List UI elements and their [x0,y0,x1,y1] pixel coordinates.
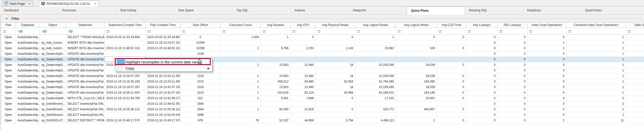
cell-plan[interactable]: Open [1,51,16,57]
cell-plan[interactable]: Open [1,101,16,107]
column-header-database[interactable]: Database [16,22,40,28]
table-row[interactable]: OpenAutoDealership...sp_PAGEIOLAT...SELE… [0,118,644,123]
column-header-plan[interactable]: Plan [1,22,16,28]
chevron-down-icon[interactable] [6,18,8,19]
document-tab-redmondsql03-se-local[interactable]: REDMONDSQL03.SE.LOCAL✕ [39,1,99,7]
filter-cell-apr[interactable] [316,28,355,35]
column-header-rid[interactable]: RID Lookups [498,22,528,28]
column-header-cpu[interactable]: Avg CPU [291,22,316,28]
table-row[interactable]: OpenAutoDealership...sp_GetAllInvent...S… [0,112,644,118]
column-header-statement[interactable]: Statement [66,22,105,28]
tab-indexes[interactable]: Indexes [291,7,349,14]
cell-plan[interactable]: Open [1,40,16,46]
tab-alwayson[interactable]: AlwaysOn [349,7,407,14]
cell-rid: 0 [498,62,528,68]
cell-plan[interactable]: Open [1,90,16,96]
tab-quicktraces[interactable]: QuickTraces [581,7,639,14]
cell-plan[interactable]: Open [1,68,16,73]
table-row[interactable]: OpenAutoDealership...sp_DealershipD...UP… [0,62,644,68]
filter-cell-alr[interactable] [355,28,396,35]
cell-plan[interactable]: Open [1,79,16,85]
column-header-kl[interactable]: Key Lookups [466,22,498,28]
cell-plan[interactable]: Open [1,107,16,112]
table-row[interactable]: OpenAutoDealership...sp_DealershipD...UP… [0,51,644,57]
filter-cell-cpu[interactable] [291,28,316,35]
cell-database: AutoDealership... [16,62,40,68]
tab-processes[interactable]: Processes [58,7,116,14]
cell-iso: 1 [528,40,567,46]
filter-cell-ec[interactable] [221,28,261,35]
tab-deadlocks[interactable]: Deadlocks [523,7,581,14]
cell-alw: 2 [396,118,437,123]
tab-blocking-sql[interactable]: Blocking SQL [465,7,523,14]
cell-iso: 0 [528,85,567,90]
filter-cell-ts[interactable] [626,28,644,35]
table-row[interactable]: OpenAutoDealership...sp_Add_Autom...INSE… [0,46,644,51]
filter-cell-so[interactable] [180,28,221,35]
table-row[interactable]: OpenAutoDealership...sp_GetAllInvent...S… [0,107,644,112]
cell-alr [355,101,396,107]
cell-plan[interactable]: Open [1,46,16,51]
document-tab-start-page[interactable]: Start Page✕ [2,1,33,6]
column-header-alr[interactable]: Avg Logical Reads [355,22,396,28]
cell-alr [355,112,396,118]
menu-item-copy[interactable]: Copy ▶ [115,65,212,71]
filter-cell-ad[interactable] [261,28,291,35]
column-header-ad[interactable]: Avg Duration [261,22,291,28]
cell-ec [221,112,261,118]
filter-cell-kl[interactable] [466,28,498,35]
filter-cell-rid[interactable] [498,28,528,35]
cell-ec [221,40,261,46]
column-header-so[interactable]: Start Offset [180,22,221,28]
column-header-pct[interactable]: Plan Creation Time [146,22,180,28]
table-row[interactable]: OpenAutoDealership...sp_DealershipW...WI… [0,96,644,101]
cell-alr: 17,243 [355,96,396,101]
filter-cell-statement[interactable]: aBc [66,28,105,35]
cell-sct [105,40,146,46]
cell-plan[interactable]: Open [1,57,16,62]
cell-plan[interactable]: Open [1,112,16,118]
table-row[interactable]: OpenAutoDealership...sp_DealershipD...UP… [0,57,644,62]
close-icon[interactable]: ✕ [28,2,30,5]
cell-plan[interactable]: Open [1,62,16,68]
filter-cell-alw[interactable] [396,28,437,35]
cell-alw: 164,185 [396,90,437,96]
table-row[interactable]: OpenAutoDealership...sp_DealershipD...UP… [0,68,644,73]
table-row[interactable]: OpenAutoDealership...SELECT * FROM Vehic… [0,35,644,40]
column-header-ciso[interactable]: Clustered Index Scan Operations [567,22,626,28]
filter-cell-clr[interactable] [437,28,466,35]
filter-cell-ciso[interactable] [567,28,626,35]
cell-plan[interactable]: Open [1,118,16,123]
filter-cell-sct[interactable] [105,28,146,35]
filter-cell-object[interactable]: aBc [40,28,66,35]
column-header-object[interactable]: Object [40,22,66,28]
table-row[interactable]: OpenAutoDealership...sp_Add_Autom...INSE… [0,40,644,46]
tab-dashboard[interactable]: Dashboard [0,7,58,14]
close-icon[interactable]: ✕ [94,2,96,5]
filter-cell-iso[interactable] [528,28,567,35]
column-header-sct[interactable]: Statement Compile Time [105,22,146,28]
table-row[interactable]: OpenAutoDealership...sp_DealershipD...UP… [0,85,644,90]
cell-plan[interactable]: Open [1,73,16,79]
filter-cell-database[interactable]: aBc [16,28,40,35]
table-row[interactable]: OpenAutoDealership...sp_DealershipD...UP… [0,79,644,85]
column-header-apr[interactable]: Avg Physical Reads [316,22,355,28]
column-header-clr[interactable]: Avg CLR Time [437,22,466,28]
column-header-alw[interactable]: Avg Logical Writes [396,22,437,28]
table-row[interactable]: OpenAutoDealership...sp_DealershipD...UP… [0,90,644,96]
equals-filter-icon [317,30,320,32]
filter-cell-pct[interactable] [146,28,180,35]
table-row[interactable]: OpenAutoDealership...sp_DealershipD...UP… [0,73,644,79]
tab-disk-activity[interactable]: Disk Activity [116,7,174,14]
cell-plan[interactable]: Open [1,35,16,40]
column-header-ts[interactable]: Table Sc [626,22,644,28]
cell-plan[interactable]: Open [1,96,16,101]
filter-cell-plan[interactable] [1,28,16,35]
tab-query-plans[interactable]: Query Plans [407,7,465,15]
tab-top-sql[interactable]: Top SQL [232,7,291,14]
column-header-ec[interactable]: Execution Count [221,22,261,28]
cell-plan[interactable]: Open [1,85,16,90]
tab-disk-space[interactable]: Disk Space [174,7,232,14]
table-row[interactable]: OpenAutoDealership...sp_GetAllInvent...S… [0,101,644,107]
column-header-iso[interactable]: Index Scan Operations [528,22,567,28]
